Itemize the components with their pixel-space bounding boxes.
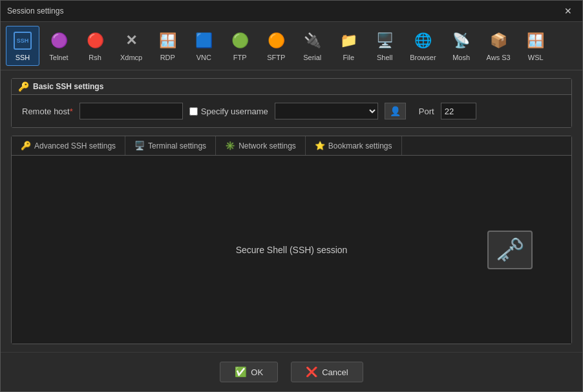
protocol-icon-serial: 🔌 — [302, 30, 323, 51]
protocol-label-ssh: SSH — [16, 54, 30, 61]
protocol-label-shell: Shell — [377, 54, 392, 61]
protocol-label-browser: Browser — [410, 54, 436, 61]
basic-settings-header: 🔑 Basic SSH settings — [12, 79, 571, 95]
protocol-item-ssh[interactable]: SSH SSH — [6, 26, 39, 66]
tab-icon-terminal: 🖥️ — [134, 141, 145, 150]
protocol-item-xdmcp[interactable]: ✕ Xdmcp — [114, 26, 148, 66]
protocol-item-sftp[interactable]: 🟠 SFTP — [259, 26, 293, 66]
protocol-icon-wsl: 🪟 — [525, 30, 546, 51]
session-settings-dialog: Session settings ✕ SSH SSH 🟣 Telnet 🔴 Rs… — [0, 0, 583, 392]
title-bar: Session settings ✕ — [1, 1, 582, 22]
protocol-label-telnet: Telnet — [49, 54, 68, 61]
tab-advanced-ssh[interactable]: 🔑Advanced SSH settings — [12, 136, 125, 155]
remote-host-input[interactable] — [80, 103, 183, 119]
protocol-icon-vnc: 🟦 — [193, 30, 214, 51]
ok-button[interactable]: ✅ OK — [220, 362, 278, 382]
tab-label-advanced-ssh: Advanced SSH settings — [34, 141, 116, 150]
protocol-label-ftp: FTP — [233, 54, 247, 61]
session-description: Secure Shell (SSH) session — [236, 245, 348, 255]
protocol-icon-ftp: 🟢 — [229, 30, 250, 51]
protocol-item-ftp[interactable]: 🟢 FTP — [223, 26, 257, 66]
port-label: Port — [419, 107, 434, 116]
dialog-title: Session settings — [7, 6, 63, 15]
cancel-button[interactable]: ❌ Cancel — [291, 362, 363, 382]
protocol-item-wsl[interactable]: 🪟 WSL — [519, 26, 553, 66]
protocol-item-awss3[interactable]: 📦 Aws S3 — [481, 26, 516, 66]
protocol-label-mosh: Mosh — [452, 54, 470, 61]
tab-label-terminal: Terminal settings — [148, 141, 206, 150]
protocol-icon-sftp: 🟠 — [266, 30, 286, 51]
key-icon-box: 🗝️ — [487, 231, 533, 269]
tabs-header: 🔑Advanced SSH settings🖥️Terminal setting… — [12, 136, 571, 156]
protocol-item-file[interactable]: 📁 File — [332, 26, 365, 66]
protocol-label-sftp: SFTP — [267, 54, 285, 61]
main-content: 🔑 Basic SSH settings Remote host* Specif… — [1, 70, 582, 352]
protocol-label-awss3: Aws S3 — [487, 54, 511, 61]
basic-settings-form-row: Remote host* Specify username 👤 Port — [22, 103, 561, 119]
basic-settings-title: Basic SSH settings — [33, 82, 103, 91]
add-user-button[interactable]: 👤 — [385, 103, 406, 119]
protocol-item-rsh[interactable]: 🔴 Rsh — [78, 26, 112, 66]
key-icon: 🗝️ — [496, 236, 525, 263]
footer: ✅ OK ❌ Cancel — [1, 352, 582, 391]
protocol-item-vnc[interactable]: 🟦 VNC — [187, 26, 220, 66]
cancel-icon: ❌ — [306, 366, 318, 378]
protocol-icon-telnet: 🟣 — [48, 30, 69, 51]
protocol-label-serial: Serial — [303, 54, 321, 61]
protocol-item-rdp[interactable]: 🪟 RDP — [151, 26, 184, 66]
protocol-item-browser[interactable]: 🌐 Browser — [404, 26, 441, 66]
protocol-item-shell[interactable]: 🖥️ Shell — [368, 26, 401, 66]
protocol-icon-xdmcp: ✕ — [121, 30, 142, 51]
basic-settings-body: Remote host* Specify username 👤 Port — [12, 95, 571, 127]
protocol-icon-rdp: 🪟 — [157, 30, 178, 51]
protocol-label-xdmcp: Xdmcp — [120, 54, 142, 61]
protocol-icon-file: 📁 — [338, 30, 359, 51]
protocol-label-wsl: WSL — [528, 54, 544, 61]
tab-terminal[interactable]: 🖥️Terminal settings — [125, 136, 216, 155]
tab-bookmark[interactable]: ⭐Bookmark settings — [306, 136, 402, 155]
basic-settings-box: 🔑 Basic SSH settings Remote host* Specif… — [11, 78, 572, 128]
specify-username-checkbox[interactable] — [189, 107, 198, 116]
protocol-bar: SSH SSH 🟣 Telnet 🔴 Rsh ✕ Xdmcp 🪟 RDP 🟦 V… — [1, 22, 582, 70]
remote-host-label: Remote host* — [22, 107, 73, 116]
protocol-icon-awss3: 📦 — [488, 30, 509, 51]
specify-username-checkbox-label[interactable]: Specify username — [189, 107, 268, 116]
protocol-label-rsh: Rsh — [89, 54, 101, 61]
tab-icon-network: ✳️ — [225, 141, 235, 150]
protocol-icon-ssh: SSH — [12, 30, 33, 51]
tabs-content: Secure Shell (SSH) session 🗝️ — [12, 156, 571, 344]
tab-label-network: Network settings — [238, 141, 296, 150]
basic-settings-icon: 🔑 — [18, 81, 29, 92]
tab-icon-bookmark: ⭐ — [315, 141, 325, 150]
protocol-item-telnet[interactable]: 🟣 Telnet — [42, 26, 76, 66]
protocol-label-rdp: RDP — [160, 54, 175, 61]
protocol-icon-mosh: 📡 — [451, 30, 472, 51]
tab-label-bookmark: Bookmark settings — [328, 141, 392, 150]
tab-network[interactable]: ✳️Network settings — [216, 136, 306, 155]
protocol-item-mosh[interactable]: 📡 Mosh — [445, 26, 478, 66]
protocol-label-vnc: VNC — [196, 54, 211, 61]
port-input[interactable] — [441, 103, 476, 119]
protocol-label-file: File — [343, 54, 354, 61]
username-select[interactable] — [275, 103, 378, 119]
ok-label: OK — [251, 367, 263, 377]
cancel-label: Cancel — [322, 367, 348, 377]
tab-icon-advanced-ssh: 🔑 — [21, 141, 31, 150]
protocol-icon-shell: 🖥️ — [374, 30, 395, 51]
close-button[interactable]: ✕ — [560, 5, 576, 17]
protocol-icon-browser: 🌐 — [412, 30, 433, 51]
tabs-section: 🔑Advanced SSH settings🖥️Terminal setting… — [11, 136, 572, 344]
ok-icon: ✅ — [235, 366, 247, 378]
protocol-icon-rsh: 🔴 — [85, 30, 105, 51]
protocol-item-serial[interactable]: 🔌 Serial — [295, 26, 329, 66]
